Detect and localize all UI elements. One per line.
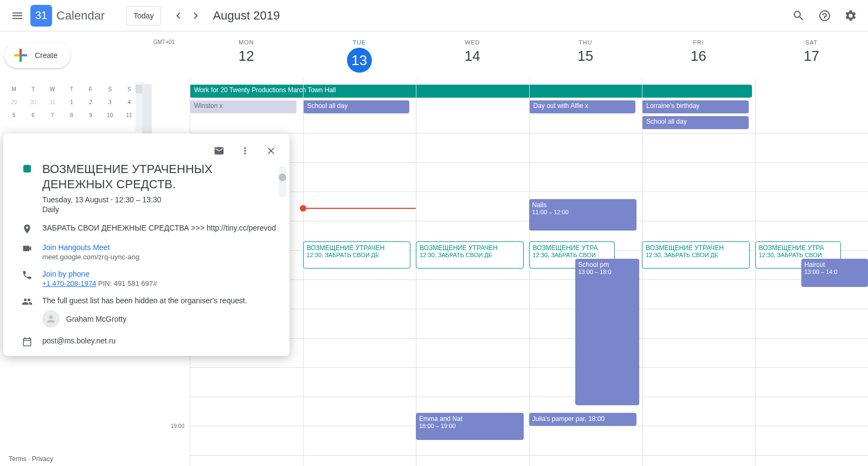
event-time: 13:00 – 14:0	[805, 269, 865, 275]
email-guests-button[interactable]	[209, 141, 229, 161]
mini-cal-day[interactable]: 6	[27, 112, 40, 118]
prev-week-button[interactable]	[170, 7, 187, 24]
more-options-button[interactable]	[235, 141, 255, 161]
allday-event[interactable]: Lorraine's birthday	[642, 100, 749, 113]
plus-icon	[11, 46, 30, 65]
day-column-header[interactable]: MON12	[190, 31, 303, 80]
day-column-header[interactable]: TUE13	[303, 31, 416, 80]
allday-event[interactable]: Day out with Alfie x	[529, 100, 636, 113]
hamburger-icon	[11, 9, 24, 22]
event-time: 18:00 – 19:00	[419, 423, 520, 429]
mini-cal-day[interactable]: 2	[84, 99, 97, 105]
event-title: School pm	[578, 261, 636, 269]
day-number: 12	[190, 48, 303, 65]
chevron-left-icon	[172, 9, 185, 22]
mini-cal-day[interactable]: 11	[123, 112, 136, 118]
envelope-icon	[214, 145, 224, 156]
mini-calendar[interactable]: MTWTFSS 2930311234567891011	[4, 82, 139, 122]
create-label: Create	[35, 51, 57, 60]
calendar-event[interactable]: School pm13:00 – 18:0	[575, 259, 640, 405]
event-title: Julia's pamper par, 18:00	[532, 415, 634, 423]
popup-scrollbar[interactable]	[279, 166, 286, 197]
allday-event[interactable]: School all day	[642, 116, 749, 129]
mini-cal-day[interactable]: 31	[46, 99, 59, 105]
phone-icon	[22, 270, 33, 280]
chevron-right-icon	[189, 9, 202, 22]
event-title: ВОЗМЕЩЕНИЕ УТРАЧЕН	[307, 244, 407, 252]
event-datetime: Tuesday, 13 August ⋅ 12:30 – 13:30	[42, 195, 281, 204]
allday-event[interactable]: School all day	[303, 100, 410, 113]
mini-cal-day[interactable]: 5	[8, 112, 21, 118]
meet-url: meet.google.com/zrq-uync-ang	[42, 253, 139, 261]
person-icon	[46, 314, 56, 324]
day-column-header[interactable]: WED14	[416, 31, 529, 80]
location-icon	[22, 224, 33, 234]
event-title: ВОЗМЕЩЕНИЕ УТРА	[759, 244, 838, 252]
close-popup-button[interactable]	[261, 141, 281, 161]
day-number: 17	[755, 48, 869, 65]
mini-cal-day[interactable]: 29	[8, 99, 21, 105]
mini-cal-day[interactable]: 10	[104, 112, 117, 118]
close-icon	[266, 145, 277, 156]
event-details-popup: ВОЗМЕЩЕНИЕ УТРАЧЕННЫХ ДЕНЕЖНЫХ СРЕДСТВ. …	[3, 133, 290, 356]
phone-line: +1 470-208-1974 PIN: 491 581 697#	[42, 279, 157, 288]
day-number: 14	[416, 48, 529, 65]
mini-cal-day[interactable]: 8	[65, 112, 78, 118]
help-button[interactable]	[814, 5, 835, 27]
day-headers: MON12TUE13WED14THU15FRI16SAT17	[152, 31, 868, 80]
gear-icon	[844, 9, 857, 22]
mini-cal-day[interactable]: 9	[84, 112, 97, 118]
settings-button[interactable]	[840, 5, 861, 27]
footer-links[interactable]: Terms · Privacy	[9, 455, 53, 463]
day-name: TUE	[303, 39, 416, 46]
join-meet-link[interactable]: Join Hangouts Meet	[42, 243, 139, 252]
mini-cal-day[interactable]: 7	[46, 112, 59, 118]
current-month-label: August 2019	[213, 9, 280, 23]
help-icon	[818, 9, 831, 22]
gutter-divider	[142, 84, 152, 136]
calendar-event[interactable]: Julia's pamper par, 18:00	[529, 413, 637, 426]
event-time: 12:30, ЗАБРАТЬ СВОИ ДЕ	[646, 252, 746, 258]
guest-avatar	[42, 310, 60, 328]
more-vert-icon	[240, 145, 250, 156]
mini-cal-header: S	[123, 86, 136, 92]
day-number: 15	[529, 48, 642, 65]
day-column-header[interactable]: FRI16	[642, 31, 755, 80]
event-time: 13:00 – 18:0	[578, 269, 636, 275]
day-column-header[interactable]: SAT17	[755, 31, 869, 80]
day-column-header[interactable]: THU15	[529, 31, 642, 80]
app-logo: 31	[30, 5, 52, 27]
mini-cal-day[interactable]: 1	[65, 99, 78, 105]
day-name: MON	[190, 39, 303, 46]
calendar-event[interactable]: Emma and Nat18:00 – 19:00	[416, 413, 524, 440]
mini-cal-header: W	[46, 86, 59, 92]
day-name: WED	[416, 39, 529, 46]
now-indicator-dot	[300, 205, 306, 212]
mini-cal-day[interactable]: 3	[104, 99, 117, 105]
day-name: THU	[529, 39, 642, 46]
allday-event[interactable]: Work for 20 Twenty Productions March Tow…	[190, 85, 752, 98]
header: 31 Calendar Today August 2019	[0, 0, 868, 31]
today-button[interactable]: Today	[126, 6, 160, 25]
calendar-event[interactable]: Haircut13:00 – 14:0	[801, 259, 869, 287]
calendar-event[interactable]: ВОЗМЕЩЕНИЕ УТРАЧЕН12:30, ЗАБРАТЬ СВОИ ДЕ	[303, 241, 411, 269]
event-title: ВОЗМЕЩЕНИЕ УТРА	[533, 244, 612, 252]
day-number: 13	[347, 48, 372, 73]
calendar-event[interactable]: Nails11:00 – 12:00	[529, 199, 637, 231]
join-phone-link[interactable]: Join by phone	[42, 270, 157, 278]
mini-cal-header: T	[65, 86, 78, 92]
event-title: Emma and Nat	[419, 415, 520, 423]
event-title: ВОЗМЕЩЕНИЕ УТРАЧЕННЫХ ДЕНЕЖНЫХ СРЕДСТВ.	[42, 162, 281, 192]
calendar-event[interactable]: ВОЗМЕЩЕНИЕ УТРАЧЕН12:30, ЗАБРАТЬ СВОИ ДЕ	[416, 241, 524, 269]
allday-event[interactable]: Winston x	[190, 100, 297, 113]
main-menu-button[interactable]	[4, 3, 30, 29]
search-button[interactable]	[788, 5, 809, 27]
phone-number[interactable]: +1 470-208-1974	[42, 279, 96, 288]
event-time: 12:30, ЗАБРАТЬ СВОИ ДЕ	[307, 252, 407, 258]
next-week-button[interactable]	[187, 7, 204, 24]
create-button[interactable]: Create	[4, 42, 70, 68]
mini-cal-day[interactable]: 30	[27, 99, 40, 105]
mini-cal-day[interactable]: 4	[123, 99, 136, 105]
mini-cal-header: S	[104, 86, 117, 92]
calendar-event[interactable]: ВОЗМЕЩЕНИЕ УТРАЧЕН12:30, ЗАБРАТЬ СВОИ ДЕ	[642, 241, 750, 269]
